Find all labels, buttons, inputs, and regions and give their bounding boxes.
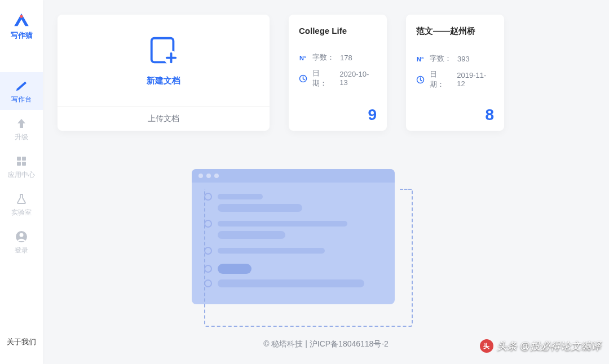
upload-document-button[interactable]: 上传文档 [58,106,270,131]
brand-logo[interactable]: 写作猫 [11,12,33,41]
document-title: College Life [299,26,377,35]
date-value: 2020-10-13 [339,70,377,87]
sidebar-item-label: 升级 [15,132,28,142]
wordcount-value: 178 [340,54,352,62]
watermark: 头 头条 @投必得论文编译 [480,339,601,353]
wordcount-value: 393 [457,55,470,63]
about-link[interactable]: 关于我们 [0,337,43,347]
wordcount-label: 字数： [312,52,334,63]
clock-icon [416,75,425,84]
brand-name: 写作猫 [11,30,33,41]
svg-rect-2 [22,157,26,161]
document-score: 9 [368,106,377,124]
sidebar: 写作猫 写作台 升级 应用中心 实验室 [0,0,43,364]
sidebar-item-lab[interactable]: 实验室 [0,185,43,223]
svg-text:N°: N° [417,56,423,63]
date-label: 日期： [430,69,452,90]
document-card[interactable]: College Life N° 字数： 178 日期： 2020-10-13 9 [289,15,387,131]
watermark-logo-icon: 头 [480,339,493,353]
sidebar-item-login[interactable]: 登录 [0,223,43,261]
document-date-row: 日期： 2020-10-13 [299,68,377,88]
sidebar-nav: 写作台 升级 应用中心 实验室 登录 [0,72,43,261]
sidebar-item-label: 应用中心 [8,170,35,180]
svg-rect-3 [17,162,21,166]
date-label: 日期： [312,68,334,88]
svg-rect-4 [22,162,26,166]
svg-rect-1 [17,157,21,161]
sidebar-item-label: 写作台 [11,95,32,104]
wordcount-icon: N° [299,53,308,62]
new-doc-icon [147,35,180,68]
svg-point-6 [20,233,24,237]
cards-row: 新建文档 上传文档 College Life N° 字数： 178 日期： 20… [58,15,594,131]
sidebar-item-label: 登录 [15,246,28,255]
logo-icon [12,12,31,28]
svg-text:N°: N° [299,55,306,61]
document-date-row: 日期： 2019-11-12 [416,69,494,90]
sidebar-item-apps[interactable]: 应用中心 [0,148,43,185]
user-icon [15,230,28,243]
apps-icon [15,154,28,168]
upgrade-icon [15,117,28,130]
document-card[interactable]: 范文——赵州桥 N° 字数： 393 日期： 2019-11-12 8 [406,15,504,131]
edit-icon [15,79,28,92]
document-score: 8 [485,106,494,124]
sidebar-item-workspace[interactable]: 写作台 [0,72,43,110]
wordcount-label: 字数： [430,54,452,64]
date-value: 2019-11-12 [457,71,494,88]
svg-point-0 [20,15,23,18]
illustration-dashed-frame [204,189,413,327]
create-document-label: 新建文档 [147,76,180,86]
watermark-text: 头条 @投必得论文编译 [497,339,601,353]
new-document-card: 新建文档 上传文档 [58,15,270,131]
sidebar-item-upgrade[interactable]: 升级 [0,110,43,148]
document-wordcount-row: N° 字数： 178 [299,52,377,63]
upload-document-label: 上传文档 [148,114,179,124]
document-title: 范文——赵州桥 [416,26,494,37]
clock-icon [299,74,308,83]
sidebar-item-label: 实验室 [11,208,32,217]
wordcount-icon: N° [416,54,425,63]
create-document-button[interactable]: 新建文档 [58,15,270,106]
document-wordcount-row: N° 字数： 393 [416,54,494,64]
flask-icon [15,192,28,206]
